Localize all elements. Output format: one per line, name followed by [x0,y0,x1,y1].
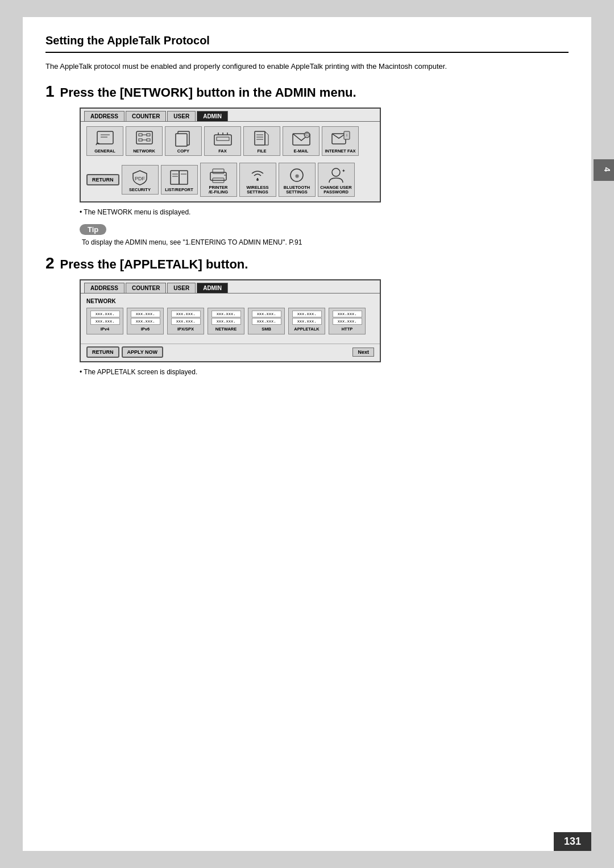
email-label: E-MAIL [294,149,309,154]
ipxspx-addr2: xxx.xxx. [171,318,201,325]
ipv6-label: IPv6 [141,326,150,332]
tip-label: Tip [80,224,106,235]
screen2-tab-counter[interactable]: COUNTER [126,283,166,293]
fax-icon [212,130,234,148]
svg-rect-7 [147,139,150,141]
network-label: NETWORK [133,149,155,154]
email-icon: @ [291,130,312,148]
svg-rect-14 [255,131,265,145]
icon-file[interactable]: FILE [243,126,280,156]
bullet2: The APPLETALK screen is displayed. [80,368,569,376]
ipxspx-addr1: xxx.xxx. [171,311,201,317]
step1-heading: 1 Press the [NETWORK] button in the ADMI… [45,82,569,101]
netware-addr2: xxx.xxx. [211,318,241,325]
icon-network[interactable]: NETWORK [126,126,163,156]
svg-text:@: @ [305,133,309,137]
appletalk-label: APPLETALK [294,326,319,332]
copy-icon [173,130,194,148]
file-icon [251,130,273,148]
svg-rect-0 [97,131,113,144]
svg-point-38 [332,168,340,176]
list-report-label: LIST/REPORT [165,188,193,192]
screen2-tab-admin[interactable]: ADMIN [197,283,228,293]
icon-wireless-settings[interactable]: WIRELESS SETTINGS [239,163,276,197]
smb-addr2: xxx.xxx. [252,318,281,325]
wireless-settings-label: WIRELESS SETTINGS [246,185,268,195]
section-title: Setting the AppleTalk Protocol [45,34,569,53]
printer-efiling-icon [208,166,229,184]
net-btn-smb[interactable]: xxx.xxx. xxx.xxx. SMB [248,308,285,334]
footer-left: RETURN APPLY NOW [86,346,163,358]
tab-counter[interactable]: COUNTER [126,111,166,121]
network-icon [134,130,155,148]
file-label: FILE [257,149,266,154]
tab-user[interactable]: USER [167,111,196,121]
http-addr2: xxx.xxx. [333,318,362,325]
appletalk-addr2: xxx.xxx. [292,318,322,325]
screen2-tabs: ADDRESS COUNTER USER ADMIN [81,280,380,294]
network-title: NETWORK [86,298,374,304]
ipv6-addr1: xxx.xxx. [131,311,160,317]
svg-rect-11 [176,134,187,146]
screen2-tab-address[interactable]: ADDRESS [84,283,125,293]
page-number: 131 [554,832,591,851]
internet-fax-icon: i [330,130,351,148]
screen1: ADDRESS COUNTER USER ADMIN GENERAL NETWO… [80,108,381,203]
general-label: GENERAL [94,149,115,154]
step1-number: 1 [45,82,55,101]
step2-heading: 2 Press the [APPLETALK] button. [45,254,569,272]
icon-general[interactable]: GENERAL [86,126,123,156]
net-btn-ipv6[interactable]: xxx.xxx. xxx.xxx. IPv6 [127,308,164,334]
screen2-tab-user[interactable]: USER [167,283,196,293]
bluetooth-settings-label: Bluetooth SETTINGS [284,185,310,195]
copy-label: COPY [177,149,189,154]
icon-fax[interactable]: FAX [204,126,241,156]
ipv4-label: IPv4 [101,326,109,332]
icon-list-report[interactable]: LIST/REPORT [161,165,198,195]
svg-rect-3 [136,131,152,144]
icon-bluetooth-settings[interactable]: ⎈ Bluetooth SETTINGS [279,163,316,197]
net-btn-ipv4[interactable]: xxx.xxx. xxx.xxx. IPv4 [86,308,123,334]
intro-text: The AppleTalk protocol must be enabled a… [45,61,569,72]
svg-rect-26 [171,171,179,184]
svg-text:✦: ✦ [342,168,346,173]
security-label: SECURITY [129,188,151,192]
general-icon [94,130,116,148]
svg-rect-6 [139,139,142,141]
svg-rect-13 [217,137,229,140]
svg-rect-4 [139,134,142,136]
apply-now-btn[interactable]: APPLY NOW [122,346,164,358]
net-btn-netware[interactable]: xxx.xxx. xxx.xxx. NETWARE [208,308,244,334]
svg-rect-5 [147,134,150,136]
ipxspx-label: IPX/SPX [177,326,194,332]
fax-label: FAX [218,149,227,154]
next-btn[interactable]: Next [352,348,374,357]
icon-copy[interactable]: COPY [165,126,202,156]
appletalk-addr1: xxx.xxx. [292,311,322,317]
change-user-password-icon: ✦ [325,166,347,184]
icon-internet-fax[interactable]: i INTERNET FAX [322,126,359,156]
network-footer: RETURN APPLY NOW Next [81,344,380,361]
net-btn-http[interactable]: xxx.xxx. xxx.xxx. HTTP [329,308,366,334]
net-btn-ipxspx[interactable]: xxx.xxx. xxx.xxx. IPX/SPX [167,308,204,334]
page-container: Setting the AppleTalk Protocol The Apple… [23,17,591,851]
bullet1: The NETWORK menu is displayed. [80,208,569,216]
return-btn-2[interactable]: RETURN [86,346,119,358]
screen1-row2: RETURN PDF SECURITY LIST/REPORT PR [81,160,380,202]
netware-addr1: xxx.xxx. [211,311,241,317]
side-tab: 4 [594,159,614,181]
icon-change-user-password[interactable]: ✦ CHANGE USER PASSWORD [318,163,355,197]
screen1-icons-row1: GENERAL NETWORK COPY FAX [81,122,380,160]
icon-security[interactable]: PDF SECURITY [122,165,159,195]
screen2: ADDRESS COUNTER USER ADMIN NETWORK xxx.x… [80,279,381,362]
smb-addr1: xxx.xxx. [252,311,281,317]
internet-fax-label: INTERNET FAX [325,149,355,154]
tip-text: To display the ADMIN menu, see "1.ENTERI… [82,238,569,246]
icon-email[interactable]: @ E-MAIL [283,126,320,156]
return-btn-1[interactable]: RETURN [86,174,119,185]
list-report-icon [168,168,190,187]
net-btn-appletalk[interactable]: xxx.xxx. xxx.xxx. APPLETALK [288,308,325,334]
tab-admin[interactable]: ADMIN [197,111,228,121]
tab-address[interactable]: ADDRESS [84,111,125,121]
icon-printer-efiling[interactable]: PRINTER /E-FILING [200,163,237,197]
